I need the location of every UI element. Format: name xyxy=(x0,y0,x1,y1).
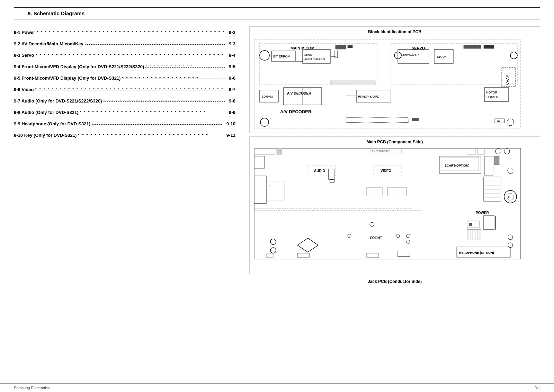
svg-point-115 xyxy=(406,240,410,243)
toc-item-label: 9-4 Front-Micom/VFD Display (Only for DV… xyxy=(14,64,144,69)
svg-point-62 xyxy=(329,179,334,183)
svg-rect-71 xyxy=(254,176,266,204)
toc-item: 9-5 Front-Micom/VFD Display (Only for DV… xyxy=(14,75,235,81)
toc-item-page: 9-5 xyxy=(229,64,235,69)
toc-item: 9-8 Audio (Only for DVD-S321)- - - - - -… xyxy=(14,110,235,115)
svg-rect-6 xyxy=(303,50,330,63)
svg-text:VIDEO: VIDEO xyxy=(381,169,391,173)
svg-text:SDRAM: SDRAM xyxy=(261,95,273,98)
svg-rect-11 xyxy=(335,51,338,58)
toc-item: 9-1 Power- - - - - - - - - - - - - - - -… xyxy=(14,30,235,35)
block-id-title: Block Identification of PCB xyxy=(252,29,537,34)
toc-item-page: 9-10 xyxy=(226,121,235,126)
toc-item-label: 9-6 Video xyxy=(14,87,34,92)
toc-item: 9-2 AV-Decoder/Main-Micom/Key- - - - - -… xyxy=(14,41,235,46)
toc-item-label: 9-1 Power xyxy=(14,30,35,35)
diagrams-column: Block Identification of PCB MAIN MICOM B… xyxy=(249,26,540,287)
svg-rect-50 xyxy=(254,148,275,154)
svg-rect-75 xyxy=(387,187,406,196)
svg-text:SCART(OPTION): SCART(OPTION) xyxy=(445,164,470,167)
toc-item-page: 9-4 xyxy=(229,53,235,58)
svg-rect-21 xyxy=(484,45,494,48)
svg-text:A/V  DECODER: A/V DECODER xyxy=(280,109,312,114)
svg-text:SERVO: SERVO xyxy=(412,46,425,50)
svg-text:EXPERIMENT: EXPERIMENT xyxy=(372,150,390,153)
toc-item-dots: - - - - - - - - - - - - - - - - - - - - … xyxy=(78,132,222,136)
svg-point-19 xyxy=(510,52,517,59)
svg-rect-104 xyxy=(266,254,273,257)
section-title: 9. Schematic Diagrams xyxy=(28,10,526,16)
toc-item: 9-6 Video- - - - - - - - - - - - - - - -… xyxy=(14,87,235,92)
toc-item-dots: - - - - - - - - - - - - - - - - - - - - … xyxy=(80,109,225,113)
svg-point-113 xyxy=(396,234,400,238)
block-id-svg: MAIN MICOM BIT EPROM MAIN CONTROLLER xyxy=(252,36,522,130)
toc-item-dots: - - - - - - - - - - - - - - - - - - - - … xyxy=(92,120,222,125)
svg-rect-58 xyxy=(254,156,265,168)
svg-point-70 xyxy=(508,168,513,173)
svg-point-103 xyxy=(270,248,276,253)
svg-rect-20 xyxy=(464,45,481,48)
toc-item-label: 9-3 Servo xyxy=(14,53,34,58)
main-pcb-svg: EXPERIMENT AUDIO xyxy=(252,146,522,271)
toc-item-dots: - - - - - - - - - - - - - - - - - - - - … xyxy=(35,86,225,90)
toc-item: 9-7 Audio (Only for DVD-S221/S222/S320)-… xyxy=(14,98,235,104)
svg-rect-12 xyxy=(398,50,429,63)
toc-item: 9-9 Headphone (Only for DVD-S321)- - - -… xyxy=(14,121,235,126)
toc-item: 9-3 Servo- - - - - - - - - - - - - - - -… xyxy=(14,53,235,58)
svg-rect-10 xyxy=(348,45,352,48)
svg-rect-61 xyxy=(329,169,335,179)
main-pcb-diagram: Main PCB (Component Side) EXPERIMENT xyxy=(249,136,540,274)
svg-point-56 xyxy=(495,149,501,154)
toc-item-dots: - - - - - - - - - - - - xyxy=(145,63,225,68)
svg-rect-68 xyxy=(484,156,493,175)
toc-item-label: 9-5 Front-Micom/VFD Display (Only for DV… xyxy=(14,75,120,81)
svg-rect-39 xyxy=(497,121,500,122)
svg-text:DRIVER: DRIVER xyxy=(486,95,499,99)
svg-text:⊏: ⊏ xyxy=(269,185,271,188)
main-pcb-title: Main PCB (Component Side) xyxy=(252,140,537,144)
company-name: Samsung Electronics xyxy=(14,386,50,390)
svg-text:MOTOR: MOTOR xyxy=(486,91,498,94)
svg-rect-105 xyxy=(297,253,310,257)
svg-rect-54 xyxy=(467,148,476,154)
svg-rect-0 xyxy=(254,40,521,128)
toc-item-page: 9-11 xyxy=(226,133,235,138)
svg-rect-88 xyxy=(495,216,496,230)
section-header: 9. Schematic Diagrams xyxy=(14,7,540,19)
toc-item-label: 9-9 Headphone (Only for DVD-S321) xyxy=(14,121,90,126)
svg-text:CONTROLLER: CONTROLLER xyxy=(304,57,325,61)
toc-item-page: 9-2 xyxy=(229,30,235,35)
svg-text:FRONT: FRONT xyxy=(370,236,382,240)
svg-text:POWER: POWER xyxy=(476,211,489,215)
svg-rect-74 xyxy=(367,187,382,196)
svg-rect-9 xyxy=(336,45,346,49)
main-content: 9-1 Power- - - - - - - - - - - - - - - -… xyxy=(0,19,554,294)
svg-point-114 xyxy=(406,234,410,238)
toc-item-page: 9-9 xyxy=(229,110,235,115)
svg-text:RFAMP & OPD: RFAMP & OPD xyxy=(358,95,379,98)
svg-rect-72 xyxy=(267,181,284,200)
svg-point-102 xyxy=(270,239,276,244)
svg-rect-28 xyxy=(484,88,509,101)
svg-text:HEADPHONE (OPTION): HEADPHONE (OPTION) xyxy=(459,251,494,255)
toc-item: 9-10 Key (Only for DVD-S321)- - - - - - … xyxy=(14,133,235,138)
svg-point-57 xyxy=(504,149,510,154)
svg-point-3 xyxy=(260,51,269,60)
svg-marker-101 xyxy=(297,238,318,252)
toc-item-page: 9-7 xyxy=(229,87,235,92)
toc-item-dots: - - - - - - - - - - - - - - - - - - - - … xyxy=(85,40,225,45)
svg-point-37 xyxy=(507,119,514,126)
svg-rect-51 xyxy=(277,148,282,154)
page-footer: Samsung Electronics 9-1 xyxy=(0,383,554,392)
page: 9. Schematic Diagrams 9-1 Power- - - - -… xyxy=(0,7,554,392)
toc-item-label: 9-8 Audio (Only for DVD-S321) xyxy=(14,110,79,115)
toc-item-dots: - - - - - - - - - - - - - - - - - - - - … xyxy=(36,29,225,33)
block-id-diagram: Block Identification of PCB MAIN MICOM B… xyxy=(249,26,540,133)
svg-rect-76 xyxy=(484,177,501,201)
svg-rect-35 xyxy=(412,118,419,121)
page-number: 9-1 xyxy=(535,386,540,390)
toc-item-dots: - - - - - - - - - - - - - - - - - - - - … xyxy=(104,97,225,102)
jack-pcb-title: Jack PCB (Conductor Side) xyxy=(249,278,540,285)
svg-rect-87 xyxy=(484,216,494,230)
toc-item-label: 9-7 Audio (Only for DVD-S221/S222/S320) xyxy=(14,98,102,104)
